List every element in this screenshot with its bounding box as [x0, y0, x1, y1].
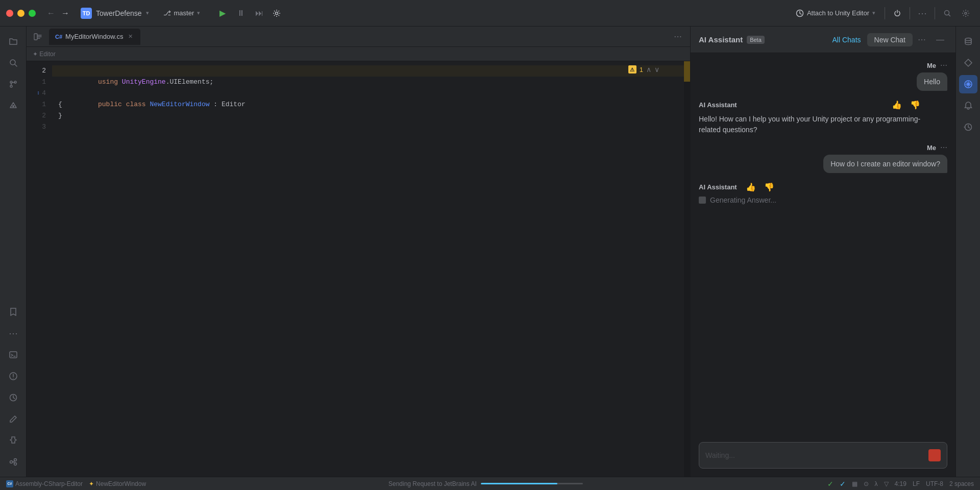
thumbs-down-button[interactable]: 👎 [762, 181, 776, 193]
message-actions: 👍 👎 [890, 99, 922, 111]
ai-header: AI Assistant Beta All Chats New Chat ⋯ — [691, 27, 955, 53]
left-sidebar: ⋯ [0, 27, 27, 477]
sidebar-search-button[interactable] [4, 54, 22, 72]
settings-button[interactable] [958, 5, 974, 21]
thumbs-up-button[interactable]: 👍 [890, 99, 904, 111]
code-editor[interactable]: 2 1 ↕4 1 2 3 using UnityEngine.UIElement… [27, 61, 690, 477]
chevron-down-icon: ▾ [146, 10, 149, 16]
sidebar-more-button[interactable]: ⋯ [4, 324, 22, 342]
message-more-button[interactable]: ⋯ [940, 143, 947, 152]
run-button[interactable]: ▶ [214, 5, 231, 21]
sidebar-bookmark-button[interactable] [4, 303, 22, 321]
sidebar-error-button[interactable] [4, 367, 22, 385]
warning-indicator[interactable]: ⚠ 1 ∧ ∨ [628, 65, 659, 74]
maximize-button[interactable] [29, 10, 36, 17]
code-line: public class NewEditorWindow : Editor [52, 88, 684, 99]
search-button[interactable] [939, 5, 955, 21]
rs-history-button[interactable] [959, 118, 977, 136]
diamond-icon [964, 58, 973, 67]
progress-fill [481, 483, 557, 484]
sending-status: Sending Request to JetBrains AI [388, 480, 583, 487]
sidebar-git2-button[interactable] [4, 453, 22, 471]
project-tree-toggle[interactable] [31, 30, 45, 44]
message-header: AI Assistant 👍 👎 [699, 181, 776, 193]
editor-tabs: C# MyEditorWindow.cs ✕ ⋯ [27, 27, 690, 47]
minimize-button[interactable] [17, 10, 24, 17]
rs-database-button[interactable] [959, 32, 977, 51]
bookmark-icon [9, 307, 18, 316]
thumbs-down-button[interactable]: 👎 [908, 99, 922, 111]
file-tab[interactable]: C# MyEditorWindow.cs ✕ [49, 29, 140, 45]
tab-lang: C# [55, 34, 62, 40]
folder-tree-icon [34, 33, 42, 41]
run-config-button[interactable] [267, 4, 286, 22]
rs-ai-assistant-button[interactable] [959, 75, 977, 93]
sidebar-pencil-button[interactable] [4, 410, 22, 428]
status-bar: C# Assembly-CSharp-Editor ✦ NewEditorWin… [0, 477, 980, 490]
ai-title: AI Assistant [699, 35, 743, 44]
sidebar-git-button[interactable] [4, 75, 22, 93]
chat-messages: Me ⋯ Hello AI Assistant 👍 👎 Hello! How c… [691, 53, 955, 436]
sender-name: AI Assistant [699, 101, 737, 109]
warning-nav-up[interactable]: ∧ [646, 65, 651, 74]
step-over-button[interactable]: ⏭ [251, 5, 267, 21]
warning-nav-down[interactable]: ∨ [654, 65, 659, 74]
tab-more-button[interactable]: ⋯ [670, 30, 686, 43]
code-content[interactable]: using UnityEngine.UIElements; public cla… [52, 61, 684, 477]
status-triangle-icon: ▽ [884, 480, 889, 487]
rs-notifications-button[interactable] [959, 96, 977, 115]
encoding: UTF-8 [926, 480, 943, 487]
divider3 [935, 7, 935, 19]
ai-collapse-button[interactable]: — [933, 33, 947, 47]
status-bar-chart-icon: ▦ [852, 480, 857, 487]
rs-diamond-button[interactable] [959, 54, 977, 72]
attach-to-unity-button[interactable]: Attach to Unity Editor ▾ [791, 7, 880, 20]
sidebar-folder-button[interactable] [4, 32, 22, 51]
neweditor-badge[interactable]: ✦ NewEditorWindow [89, 480, 146, 487]
message-more-button[interactable]: ⋯ [940, 61, 947, 69]
power-icon[interactable] [889, 5, 905, 21]
minimap-viewport [684, 61, 690, 82]
edit-icon [9, 414, 18, 424]
svg-point-0 [276, 12, 278, 14]
assembly-label: Assembly-CSharp-Editor [15, 480, 83, 487]
nav-forward-button[interactable]: → [58, 6, 72, 20]
indent-setting: 2 spaces [949, 480, 974, 487]
loading-spinner [699, 197, 706, 204]
sidebar-run-debug-button[interactable] [4, 96, 22, 115]
warning-count: 1 [640, 66, 643, 74]
traffic-lights [6, 10, 36, 17]
beta-badge: Beta [747, 36, 765, 44]
titlebar-right: Attach to Unity Editor ▾ ⋯ [791, 5, 974, 21]
nav-back-button[interactable]: ← [44, 6, 58, 20]
chevron-down-icon: ▾ [872, 10, 875, 16]
all-chats-button[interactable]: All Chats [828, 34, 865, 46]
thumbs-up-button[interactable]: 👍 [744, 181, 758, 193]
svg-point-8 [12, 105, 14, 107]
tab-filename: MyEditorWindow.cs [65, 33, 123, 40]
status-check-icon: ✓ [840, 480, 846, 488]
settings-icon [962, 9, 970, 17]
bell-icon [964, 101, 973, 110]
more-options-button[interactable]: ⋯ [914, 5, 930, 21]
message-bubble: Hello! How can I help you with your Unit… [699, 114, 922, 135]
sidebar-terminal-button[interactable] [4, 346, 22, 364]
status-clock-icon: ⊙ [864, 480, 869, 487]
tab-close-button[interactable]: ✕ [126, 33, 134, 41]
pause-button[interactable]: ⏸ [233, 5, 249, 21]
new-chat-button[interactable]: New Chat [867, 33, 913, 46]
user-message-2: Me ⋯ How do I create an editor window? [823, 143, 947, 173]
branch-selector[interactable]: ⎇ master ▾ [159, 7, 205, 19]
close-button[interactable] [6, 10, 13, 17]
project-selector[interactable]: TD TowerDefense ▾ [77, 6, 153, 21]
assembly-badge[interactable]: C# Assembly-CSharp-Editor [6, 480, 83, 487]
stop-generation-button[interactable] [928, 449, 941, 461]
ai-header-actions: All Chats New Chat ⋯ — [828, 33, 948, 47]
sidebar-plugin-button[interactable] [4, 431, 22, 450]
sidebar-history-button[interactable] [4, 388, 22, 407]
debug-icon [9, 101, 18, 110]
chat-input[interactable] [705, 451, 924, 459]
ai-more-options-button[interactable]: ⋯ [915, 33, 929, 47]
progress-bar [481, 483, 583, 484]
ai-message-1: AI Assistant 👍 👎 Hello! How can I help y… [699, 99, 922, 135]
